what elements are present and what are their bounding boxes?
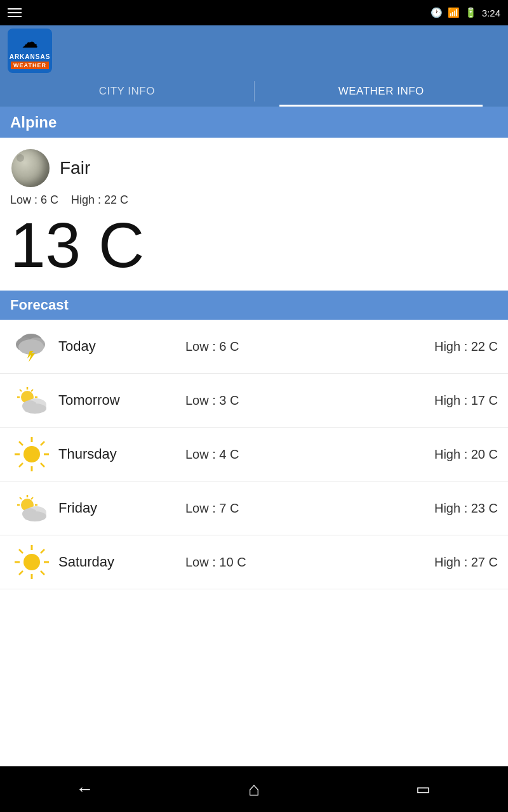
forecast-high-saturday: High : 27 C (403, 555, 498, 570)
city-header: Alpine (0, 107, 508, 138)
status-left (8, 8, 22, 17)
svg-line-43 (41, 549, 44, 553)
forecast-high-today: High : 22 C (403, 339, 498, 354)
bottom-navigation (0, 766, 508, 812)
status-right: 🕐 📶 🔋 3:24 (431, 7, 500, 18)
svg-point-35 (23, 511, 46, 521)
forecast-low-thursday: Low : 4 C (185, 447, 403, 462)
home-button[interactable] (235, 776, 273, 802)
status-bar: 🕐 📶 🔋 3:24 (0, 0, 508, 25)
app-logo: ☁ ARKANSAS WEATHER (8, 29, 52, 73)
current-weather-icon (10, 148, 51, 188)
app-header: ☁ ARKANSAS WEATHER (0, 25, 508, 76)
forecast-low-saturday: Low : 10 C (185, 555, 403, 570)
tab-weather-info[interactable]: WEATHER INFO (255, 76, 509, 107)
forecast-list: Today Low : 6 C High : 22 C Tomorrow (0, 320, 508, 766)
svg-line-22 (41, 463, 44, 467)
back-button[interactable] (65, 776, 104, 802)
temp-high-label: High : 22 C (71, 193, 128, 206)
forecast-high-friday: High : 23 C (403, 501, 498, 516)
recents-button[interactable] (404, 776, 443, 802)
forecast-day-friday: Friday (58, 500, 185, 516)
forecast-row-saturday: Saturday Low : 10 C High : 27 C (0, 535, 508, 589)
svg-line-10 (20, 390, 22, 391)
forecast-day-thursday: Thursday (58, 446, 185, 462)
menu-icon (8, 8, 22, 17)
wifi-icon: 📶 (448, 7, 460, 18)
temp-low-label: Low : 6 C (10, 193, 58, 206)
forecast-day-saturday: Saturday (58, 554, 185, 570)
forecast-low-friday: Low : 7 C (185, 501, 403, 516)
forecast-icon-friday (10, 487, 53, 530)
svg-point-16 (23, 446, 40, 462)
svg-point-15 (23, 403, 46, 414)
alarm-icon: 🕐 (431, 7, 443, 18)
forecast-low-tomorrow: Low : 3 C (185, 393, 403, 408)
logo-arkansas-text: ARKANSAS (10, 53, 51, 60)
status-time: 3:24 (482, 8, 500, 18)
current-temperature: 13 C (10, 213, 498, 277)
tab-bar: CITY INFO WEATHER INFO (0, 76, 508, 107)
forecast-low-today: Low : 6 C (185, 339, 403, 354)
battery-icon: 🔋 (465, 7, 477, 18)
forecast-high-thursday: High : 20 C (403, 447, 498, 462)
forecast-icon-saturday (10, 540, 53, 584)
svg-line-11 (31, 390, 33, 391)
forecast-row-friday: Friday Low : 7 C High : 23 C (0, 481, 508, 535)
svg-line-21 (19, 442, 23, 445)
logo-weather-text: WEATHER (11, 62, 49, 69)
city-name: Alpine (10, 114, 57, 131)
forecast-high-tomorrow: High : 17 C (403, 393, 498, 408)
svg-line-24 (19, 463, 23, 467)
forecast-day-tomorrow: Tomorrow (58, 392, 185, 409)
svg-line-41 (19, 549, 23, 553)
current-weather-panel: Fair Low : 6 C High : 22 C 13 C (0, 138, 508, 291)
forecast-icon-tomorrow (10, 379, 53, 422)
forecast-row-thursday: Thursday Low : 4 C High : 20 C (0, 428, 508, 481)
moon-icon (11, 149, 50, 187)
svg-line-31 (31, 497, 33, 499)
forecast-icon-today (10, 325, 53, 368)
tab-city-info[interactable]: CITY INFO (0, 76, 254, 107)
forecast-row-today: Today Low : 6 C High : 22 C (0, 320, 508, 374)
forecast-row-tomorrow: Tomorrow Low : 3 C High : 17 C (0, 374, 508, 428)
weather-condition-row: Fair (10, 148, 498, 188)
svg-line-42 (41, 571, 44, 575)
condition-label: Fair (60, 158, 90, 178)
logo-cloud-icon: ☁ (22, 32, 38, 52)
svg-point-36 (23, 554, 40, 570)
svg-line-23 (41, 442, 44, 445)
svg-line-44 (19, 571, 23, 575)
svg-line-30 (20, 497, 22, 499)
forecast-header: Forecast (0, 291, 508, 320)
forecast-icon-thursday (10, 433, 53, 476)
forecast-day-today: Today (58, 338, 185, 355)
forecast-title: Forecast (10, 297, 69, 313)
temp-range: Low : 6 C High : 22 C (10, 193, 498, 207)
